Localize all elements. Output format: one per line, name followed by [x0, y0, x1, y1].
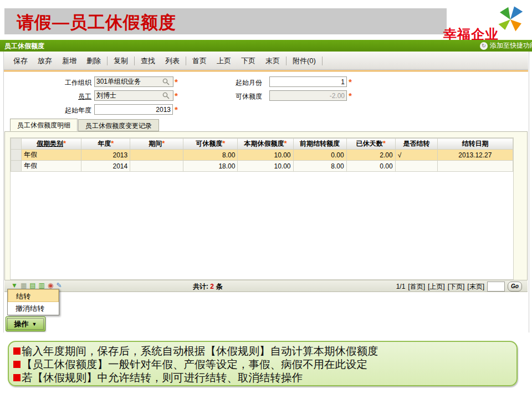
cell-carryover-quota[interactable]: 8.00 — [293, 161, 346, 172]
cell-is-carryover[interactable] — [395, 161, 437, 172]
menu-item-undo-carryover[interactable]: 撤消结转 — [8, 302, 59, 315]
operation-menu: 结转 撤消结转 — [7, 289, 59, 315]
toolbar-divider — [134, 57, 135, 65]
dropdown-arrow-icon: ▼ — [32, 321, 37, 327]
start-year-input[interactable] — [94, 104, 173, 115]
brand-logo: 幸福企业 — [443, 6, 531, 40]
employee-lookup-icon[interactable] — [162, 92, 170, 99]
required-marker: * — [175, 106, 178, 114]
operation-button-label: 操作 — [14, 319, 29, 329]
page-banner: 请假—员工休假额度 — [4, 8, 447, 34]
cell-year[interactable]: 2013 — [81, 150, 130, 161]
toolbar-divider — [322, 57, 323, 65]
cell-current-quota[interactable]: 10.00 — [238, 150, 293, 161]
header-form: 工作组织 * 员工 * 起始年度 * 起始月份 * 可休额度 * — [4, 71, 528, 118]
cell-current-quota[interactable]: 10.00 — [238, 161, 293, 172]
quota-table: 假期类别* 年度* 期间* 可休额度* 本期休假额度* 前期结转额度 已休天数*… — [11, 138, 513, 172]
prev-page-link[interactable]: [上页] — [428, 282, 445, 291]
go-button[interactable]: Go — [508, 282, 522, 291]
add-to-quick-actions[interactable]: ↻ 添加至快捷功能 — [480, 41, 532, 50]
employee-input[interactable] — [94, 90, 173, 101]
last-page-link[interactable]: [末页] — [467, 282, 484, 291]
tab-quota-detail[interactable]: 员工休假额度明细 — [10, 119, 78, 131]
col-carryover-date[interactable]: 结转日期 — [437, 139, 513, 150]
cell-carryover-quota[interactable]: 0.00 — [293, 150, 346, 161]
col-leave-type[interactable]: 假期类别* — [22, 139, 81, 150]
employee-label[interactable]: 员工 — [30, 92, 91, 101]
col-carryover-quota[interactable]: 前期结转额度 — [293, 139, 346, 150]
quick-action-icon: ↻ — [480, 42, 488, 50]
start-month-label: 起始月份 — [201, 78, 262, 88]
table-row[interactable]: 年假 2013 8.00 10.00 0.00 2.00 √ 2013.12.2… — [11, 150, 513, 161]
pagination: 1/1 [首页] [上页] [下页] [末页] Go — [396, 282, 522, 291]
page-title: 请假—员工休假额度 — [17, 11, 176, 34]
page-number-input[interactable] — [487, 282, 505, 291]
next-page-link[interactable]: [下页] — [448, 282, 465, 291]
prev-page-button[interactable]: 上页 — [212, 56, 236, 66]
row-selector[interactable] — [11, 161, 22, 172]
cell-days-taken[interactable]: 0.00 — [346, 161, 395, 172]
work-org-lookup-icon[interactable] — [162, 78, 170, 85]
cell-carryover-date[interactable]: 2013.12.27 — [437, 150, 513, 161]
col-days-taken[interactable]: 已休天数* — [346, 139, 395, 150]
toolbar-divider — [107, 57, 108, 65]
tab-change-log[interactable]: 员工休假额度变更记录 — [78, 119, 159, 131]
col-period[interactable]: 期间* — [130, 139, 183, 150]
col-available-quota[interactable]: 可休额度* — [183, 139, 238, 150]
save-button[interactable]: 保存 — [8, 56, 33, 66]
row-selector-header — [11, 139, 22, 150]
next-page-button[interactable]: 下页 — [236, 56, 260, 66]
toolbar-divider — [186, 57, 186, 65]
cell-available-quota[interactable]: 8.00 — [183, 150, 238, 161]
new-button[interactable]: 新增 — [57, 56, 81, 66]
attachment-button[interactable]: 附件(0) — [288, 56, 321, 66]
table-row[interactable]: 年假 2014 18.00 10.00 8.00 0.00 — [11, 161, 513, 172]
note-line: 若【休假规则】中允许结转，则可进行结转、取消结转操作 — [13, 371, 512, 384]
quick-action-label: 添加至快捷功能 — [490, 41, 532, 50]
cell-carryover-date[interactable] — [437, 161, 513, 172]
required-marker: * — [175, 78, 178, 86]
cell-available-quota[interactable]: 18.00 — [183, 161, 238, 172]
menu-item-carryover[interactable]: 结转 — [8, 289, 59, 302]
bullet-icon — [13, 347, 21, 355]
work-org-input[interactable] — [94, 76, 173, 87]
cell-days-taken[interactable]: 2.00 — [346, 150, 395, 161]
start-year-label: 起始年度 — [30, 106, 91, 115]
page-indicator: 1/1 — [396, 283, 406, 290]
col-is-carryover[interactable]: 是否结转 — [395, 139, 437, 150]
detail-tabs: 员工休假额度明细 员工休假额度变更记录 — [4, 119, 528, 132]
col-year[interactable]: 年度* — [81, 139, 130, 150]
grid-area: 假期类别* 年度* 期间* 可休额度* 本期休假额度* 前期结转额度 已休天数*… — [10, 137, 514, 280]
available-quota-label: 可休额度 — [201, 92, 262, 101]
cell-is-carryover[interactable]: √ — [395, 150, 437, 161]
first-page-button[interactable]: 首页 — [187, 56, 212, 66]
required-marker: * — [175, 92, 178, 100]
row-selector[interactable] — [11, 150, 22, 161]
bullet-icon — [13, 374, 21, 381]
list-button[interactable]: 列表 — [160, 56, 185, 66]
cell-leave-type[interactable]: 年假 — [22, 161, 81, 172]
cell-period[interactable] — [130, 161, 183, 172]
delete-button[interactable]: 删除 — [81, 56, 106, 66]
app-bar-title: 员工休假额度 — [4, 42, 44, 51]
copy-button[interactable]: 复制 — [109, 56, 133, 66]
total-count: 共计: 2 条 — [193, 282, 222, 291]
last-page-button[interactable]: 末页 — [260, 56, 285, 66]
app-bar: 员工休假额度 ↻ 添加至快捷功能 — [0, 40, 532, 52]
required-marker: * — [349, 92, 352, 100]
cell-period[interactable] — [130, 150, 183, 161]
pinwheel-icon — [497, 6, 525, 32]
toolbar-divider — [286, 57, 287, 65]
cell-leave-type[interactable]: 年假 — [22, 150, 81, 161]
col-current-quota[interactable]: 本期休假额度* — [238, 139, 293, 150]
discard-button[interactable]: 放弃 — [33, 56, 57, 66]
operation-button[interactable]: 操作 ▼ — [6, 316, 45, 331]
work-org-label: 工作组织 — [30, 78, 91, 88]
find-button[interactable]: 查找 — [136, 56, 160, 66]
note-line: 输入年度期间，保存后，系统自动根据【休假规则】自动计算本期休假额度 — [13, 344, 512, 357]
toolbar: 保存 放弃 新增 删除 复制 查找 列表 首页 上页 下页 末页 附件(0) — [4, 52, 528, 70]
start-month-input[interactable] — [269, 76, 347, 87]
note-line: 【员工休假额度】一般针对年假、产假等设定，事假、病假不用在此设定 — [13, 357, 512, 371]
first-page-link[interactable]: [首页] — [408, 282, 425, 291]
cell-year[interactable]: 2014 — [81, 161, 130, 172]
